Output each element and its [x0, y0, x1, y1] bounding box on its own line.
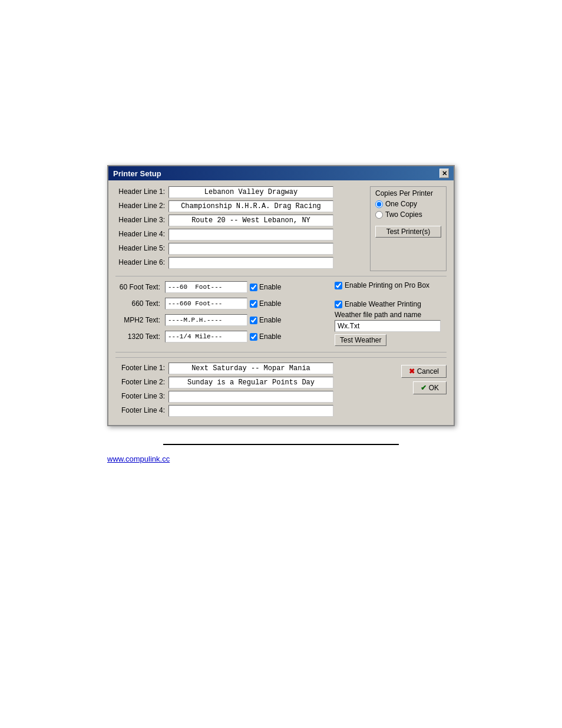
header-line5-input[interactable]: [168, 243, 333, 255]
foot1320-label: 1320 Text:: [115, 332, 163, 341]
weather-path-label: Weather file path and name: [335, 311, 447, 319]
enable-pro-box-label: Enable Printing on Pro Box: [345, 281, 429, 289]
ok-check-icon: ✔: [421, 384, 427, 392]
header-line1-row: Header Line 1:: [115, 186, 365, 198]
footer-line2-label: Footer Line 2:: [115, 377, 168, 386]
header-line4-input[interactable]: [168, 229, 333, 241]
foot660-row: 660 Text: Enable: [115, 298, 329, 309]
footer-line2-row: Footer Line 2:: [115, 377, 365, 388]
header-line1-label: Header Line 1:: [115, 186, 168, 196]
header-line5-row: Header Line 5:: [115, 243, 365, 255]
footer-line2-input[interactable]: [168, 377, 333, 388]
mph2-enable-label: Enable: [250, 316, 281, 324]
dialog-titlebar: Printer Setup ✕: [108, 166, 454, 180]
header-line6-label: Header Line 6:: [115, 257, 168, 266]
one-copy-radio[interactable]: [375, 200, 383, 208]
test-weather-button[interactable]: Test Weather: [335, 334, 386, 346]
footer-line4-label: Footer Line 4:: [115, 405, 168, 414]
header-line2-label: Header Line 2:: [115, 200, 168, 210]
foot660-label: 660 Text:: [115, 299, 163, 308]
header-line3-input[interactable]: [168, 215, 333, 226]
cancel-x-icon: ✖: [409, 367, 415, 375]
header-line4-row: Header Line 4:: [115, 229, 365, 241]
cancel-button[interactable]: ✖ Cancel: [401, 365, 447, 378]
top-section: Header Line 1: Header Line 2: Header Lin…: [115, 186, 447, 271]
header-line3-label: Header Line 3:: [115, 215, 168, 224]
enable-weather-row: Enable Weather Printing: [335, 300, 447, 308]
foot60-enable-checkbox[interactable]: [250, 284, 257, 291]
foot660-enable-label: Enable: [250, 299, 281, 308]
foot1320-enable-checkbox[interactable]: [250, 333, 257, 341]
weather-path-input[interactable]: [335, 320, 441, 332]
foot1320-row: 1320 Text: Enable: [115, 331, 329, 342]
copies-box: Copies Per Printer One Copy Two Copies T…: [370, 186, 447, 271]
printer-setup-dialog: Printer Setup ✕ Header Line 1: Header Li…: [107, 165, 455, 426]
footer-line4-input[interactable]: [168, 405, 333, 417]
footer-line4-row: Footer Line 4:: [115, 405, 365, 417]
close-button[interactable]: ✕: [439, 169, 449, 178]
mid-section: 60 Foot Text: Enable 660 Text: E: [115, 276, 447, 353]
enable-weather-checkbox[interactable]: [335, 301, 342, 308]
footer-fields: Footer Line 1: Footer Line 2: Footer Lin…: [115, 363, 365, 419]
header-line6-row: Header Line 6:: [115, 257, 365, 269]
foot1320-input[interactable]: [165, 331, 247, 342]
website-link[interactable]: www.compulink.cc: [107, 454, 170, 463]
header-line3-row: Header Line 3:: [115, 215, 365, 226]
right-options: Enable Printing on Pro Box Enable Weathe…: [335, 281, 447, 347]
copies-title: Copies Per Printer: [375, 189, 441, 197]
ok-button[interactable]: ✔ OK: [413, 381, 447, 394]
header-line2-row: Header Line 2:: [115, 200, 365, 212]
dialog-title: Printer Setup: [113, 169, 161, 178]
footer-line1-label: Footer Line 1:: [115, 363, 168, 372]
foot60-input[interactable]: [165, 281, 247, 293]
mph2-label: MPH2 Text:: [115, 316, 163, 324]
header-line2-input[interactable]: [168, 200, 333, 212]
foot60-label: 60 Foot Text:: [115, 283, 163, 291]
mph2-input[interactable]: [165, 314, 247, 326]
header-line6-input[interactable]: [168, 257, 333, 269]
footer-section: Footer Line 1: Footer Line 2: Footer Lin…: [115, 357, 447, 419]
two-copies-row: Two Copies: [375, 210, 441, 219]
one-copy-label: One Copy: [385, 200, 417, 208]
ok-label: OK: [429, 384, 439, 392]
foot60-row: 60 Foot Text: Enable: [115, 281, 329, 293]
footer-line3-input[interactable]: [168, 391, 333, 403]
enable-pro-box-row: Enable Printing on Pro Box: [335, 281, 447, 289]
header-fields: Header Line 1: Header Line 2: Header Lin…: [115, 186, 365, 271]
foot1320-enable-label: Enable: [250, 332, 281, 341]
two-copies-label: Two Copies: [385, 210, 422, 219]
enable-pro-box-checkbox[interactable]: [335, 282, 342, 289]
footer-line3-row: Footer Line 3:: [115, 391, 365, 403]
two-copies-radio[interactable]: [375, 211, 383, 219]
footer-line1-input[interactable]: [168, 363, 333, 374]
below-content: www.compulink.cc: [107, 444, 455, 463]
mph2-enable-checkbox[interactable]: [250, 317, 257, 324]
mph2-row: MPH2 Text: Enable: [115, 314, 329, 326]
footer-line1-row: Footer Line 1:: [115, 363, 365, 374]
one-copy-row: One Copy: [375, 200, 441, 208]
divider-line: [163, 444, 399, 445]
foot660-input[interactable]: [165, 298, 247, 309]
footer-buttons: ✖ Cancel ✔ OK: [370, 363, 447, 419]
footer-line3-label: Footer Line 3:: [115, 391, 168, 400]
enable-weather-label: Enable Weather Printing: [345, 300, 421, 308]
test-printer-button[interactable]: Test Printer(s): [375, 226, 441, 238]
dialog-body: Header Line 1: Header Line 2: Header Lin…: [108, 180, 454, 425]
header-line5-label: Header Line 5:: [115, 243, 168, 252]
foot660-enable-checkbox[interactable]: [250, 300, 257, 308]
header-line1-input[interactable]: [168, 186, 333, 198]
text-fields: 60 Foot Text: Enable 660 Text: E: [115, 281, 329, 347]
foot60-enable-label: Enable: [250, 283, 281, 291]
cancel-label: Cancel: [417, 367, 439, 375]
header-line4-label: Header Line 4:: [115, 229, 168, 238]
